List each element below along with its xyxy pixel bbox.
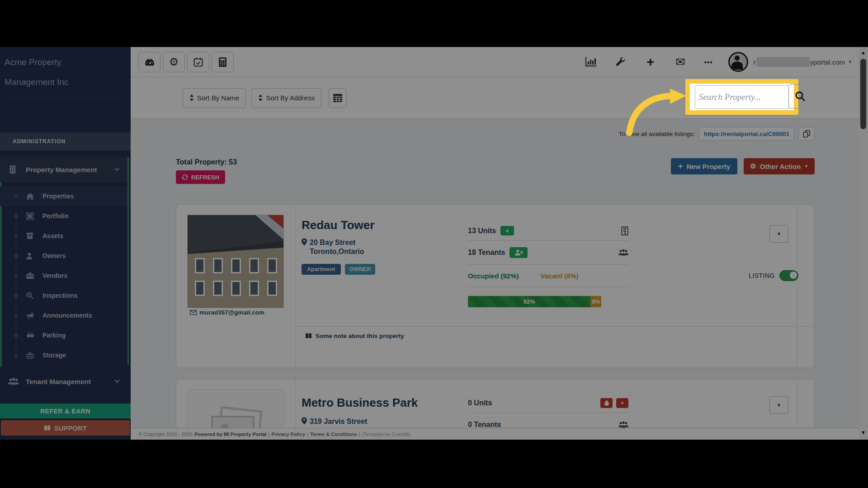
property-photo[interactable] <box>187 215 284 308</box>
more-ellipsis-icon[interactable]: ••• <box>704 58 713 66</box>
property-address: 319 Jarvis Street <box>302 417 418 426</box>
sidebar-item-properties[interactable]: Properties <box>0 186 131 206</box>
sidebar-scrollbar-thumb[interactable] <box>127 157 129 365</box>
search-highlight-box <box>685 79 798 115</box>
property-name: Metro Business Park <box>302 396 418 410</box>
person-icon <box>26 253 37 259</box>
sidebar-item-storage[interactable]: Storage <box>0 345 131 365</box>
alert-drop-icon <box>604 400 609 406</box>
property-info: Metro Business Park 319 Jarvis Street <box>302 396 418 426</box>
caret-down-icon: ▼ <box>777 403 781 408</box>
table-view-button[interactable] <box>329 88 347 108</box>
sidebar-item-inspections[interactable]: Inspections <box>0 286 131 305</box>
account-email-suffix: yportal.com <box>810 58 845 66</box>
calendar-button[interactable] <box>187 52 209 72</box>
property-management-submenu: Properties Portfolio Assets <box>0 186 131 365</box>
car-icon <box>26 332 37 338</box>
box-icon <box>26 233 37 239</box>
occupied-label: Occupied (92%) <box>468 272 519 280</box>
units-count: 13 Units <box>468 227 496 235</box>
redacted-email-block <box>756 57 810 67</box>
template-credit-text: (Template by Colorlib) <box>362 432 410 437</box>
add-unit-button[interactable]: + <box>500 226 514 235</box>
gear-button[interactable]: ⚙ <box>163 52 185 72</box>
add-plus-icon[interactable]: + <box>645 56 656 68</box>
dashboard-gauge-button[interactable] <box>138 52 160 72</box>
page-scrollbar[interactable]: ▲ ▼ <box>859 47 868 440</box>
property-type-badge: Apartment <box>302 264 341 275</box>
search-button[interactable] <box>788 84 812 108</box>
support-button[interactable]: SUPPORT <box>1 420 130 436</box>
new-property-button[interactable]: + New Property <box>671 158 738 174</box>
add-unit-button[interactable]: + <box>616 398 628 408</box>
refresh-button[interactable]: REFRESH <box>176 170 225 184</box>
plus-icon: + <box>505 227 509 235</box>
calculator-icon <box>218 57 227 67</box>
sidebar-item-tenant-management[interactable]: Tenant Management <box>0 369 131 394</box>
calendar-check-icon <box>193 57 203 67</box>
sidebar-item-assets[interactable]: Assets <box>0 226 131 246</box>
sort-by-address-button[interactable]: Sort By Address <box>251 88 321 108</box>
account-menu[interactable]: r yportal.com ▼ <box>754 57 852 67</box>
card-menu-dropdown-button[interactable]: ▼ <box>769 396 788 414</box>
sidebar-item-property-management[interactable]: Property Management <box>0 157 131 182</box>
dot <box>14 333 18 338</box>
chevron-down-icon: ▼ <box>848 60 852 64</box>
property-name: Redau Tower <box>302 218 375 232</box>
add-tenant-button[interactable] <box>509 247 528 258</box>
scrollbar-thumb[interactable] <box>860 59 866 129</box>
divider <box>295 205 296 368</box>
tenants-group-icon <box>618 249 628 256</box>
vacant-segment: 8% <box>590 296 601 307</box>
reports-chart-icon[interactable] <box>585 56 597 68</box>
dot <box>14 274 18 278</box>
property-note: Some note about this property <box>295 326 814 339</box>
sidebar-item-vendors[interactable]: Vendors <box>0 266 131 286</box>
envelope-icon <box>190 310 197 315</box>
sidebar-item-announcements[interactable]: Announcements <box>0 305 131 325</box>
tenants-count: 18 Tenants <box>468 249 505 257</box>
gear-icon: ⚙ <box>169 56 179 68</box>
search-icon <box>795 91 805 101</box>
calculator-button[interactable] <box>212 52 234 72</box>
book-icon <box>305 333 312 339</box>
dot <box>14 353 18 357</box>
card-menu-dropdown-button[interactable]: ▼ <box>769 225 788 243</box>
terms-link[interactable]: Terms & Conditions <box>310 432 357 437</box>
building-icon <box>8 165 20 174</box>
sidebar-item-portfolio[interactable]: Portfolio <box>0 206 131 226</box>
units-count: 0 Units <box>468 399 492 407</box>
other-action-button[interactable]: ⚙ Other Action ▼ <box>744 158 815 174</box>
occupied-segment: 92% <box>468 296 590 307</box>
map-pin-icon <box>302 417 307 426</box>
scroll-up-arrow[interactable]: ▲ <box>859 48 868 57</box>
portfolio-icon <box>26 212 37 220</box>
sidebar-section-administration: ADMINISTRATION <box>0 132 131 150</box>
home-icon <box>26 193 37 200</box>
listings-url-link[interactable]: https://rentalportal.ca/C00001 <box>704 131 789 137</box>
sidebar-item-owners[interactable]: Owners <box>0 246 131 266</box>
user-avatar[interactable] <box>728 52 748 72</box>
megaphone-icon <box>26 312 37 319</box>
sidebar-item-parking[interactable]: Parking <box>0 325 131 345</box>
org-logo: Acme Property Management Inc <box>0 47 131 98</box>
search-input[interactable] <box>695 85 789 109</box>
content: To view all available listings: https://… <box>131 127 859 440</box>
dot <box>14 214 18 218</box>
listings-url-box: https://rentalportal.ca/C00001 <box>699 127 794 141</box>
listing-label: LISTING <box>749 272 775 279</box>
topbar-right: + ✉ ••• r yportal.com ▼ <box>567 52 852 72</box>
privacy-policy-link[interactable]: Privacy Policy <box>271 432 305 437</box>
refer-and-earn-button[interactable]: REFER & EARN <box>0 404 131 418</box>
topbar: ⚙ + ✉ ••• <box>131 47 859 77</box>
copy-link-button[interactable] <box>798 127 815 141</box>
total-property-count: Total Property: 53 <box>176 158 237 166</box>
scroll-down-arrow[interactable]: ▼ <box>859 428 868 437</box>
messages-envelope-icon[interactable]: ✉ <box>675 56 686 68</box>
alert-button[interactable] <box>600 398 613 408</box>
property-stats: 13 Units + 18 Tenants <box>468 221 628 307</box>
listing-toggle[interactable] <box>779 270 798 281</box>
sort-by-name-button[interactable]: Sort By Name <box>183 88 246 108</box>
org-name-line1: Acme Property <box>5 52 126 72</box>
tools-wrench-icon[interactable] <box>615 56 627 68</box>
